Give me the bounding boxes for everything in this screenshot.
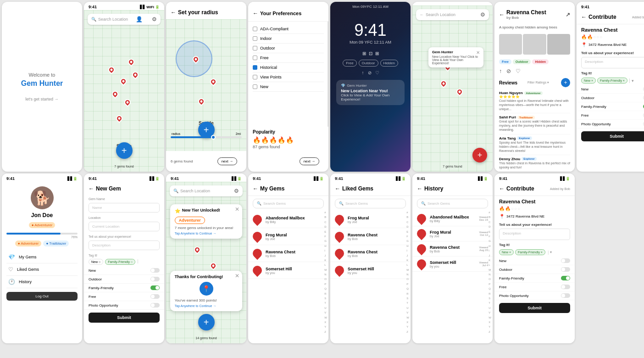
submit-button[interactable]: Submit (89, 313, 160, 323)
contrib-toggle-outdoor[interactable] (561, 267, 570, 272)
logout-button[interactable]: Log Out (6, 292, 78, 301)
contrib-option-family[interactable]: Family-Friendly (494, 274, 575, 283)
option-new[interactable]: New (577, 85, 644, 94)
gems-search[interactable]: 🔍 Search Gems (253, 199, 324, 208)
contrib-option-new[interactable]: New (494, 257, 575, 265)
search-bar[interactable]: ← Search Location ⚙ (416, 9, 489, 20)
toggle-photo[interactable] (150, 303, 160, 308)
contrib-tag-new[interactable]: New × (499, 249, 514, 255)
back-button[interactable]: ← (253, 10, 258, 17)
back-button[interactable]: ← (417, 185, 422, 192)
pref-viewpoints[interactable]: View Points (253, 73, 324, 82)
map-container[interactable]: 🔍 Search Location ⚙ ✕ ⭐ New Tier Unlocke… (166, 182, 246, 343)
toggle-free[interactable] (150, 294, 160, 299)
pref-outdoor[interactable]: Outdoor (253, 44, 324, 53)
contrib-tag-family[interactable]: Family-Friendly × (515, 249, 545, 255)
gem-item-ravenna-chest[interactable]: Ravenna Chest by Bob (248, 245, 328, 262)
history-item-3[interactable]: Ravenna Chest by Bob Viewed Aug 20 (412, 241, 493, 257)
thanks-cta[interactable]: Tap Anywhere to Continue → (175, 304, 238, 308)
gem-name-input[interactable]: Name (89, 203, 160, 213)
gem-item[interactable]: Somerset Hill by you (330, 262, 411, 279)
lock-notification[interactable]: 💎 Gem Hunter New Location Near You! Clic… (336, 80, 405, 105)
toggle-outdoor[interactable] (150, 277, 160, 281)
tier-overlay[interactable]: ✕ ⭐ New Tier Unlocked! Adventurer 7 more… (170, 204, 243, 239)
next-button[interactable]: next → (217, 157, 237, 165)
nav-liked-gems[interactable]: ♡ Liked Gems (6, 263, 78, 276)
description-field[interactable]: Description (581, 57, 644, 68)
thanks-close-button[interactable]: ✕ (235, 273, 239, 279)
pref-historical[interactable]: Historical (253, 63, 324, 73)
tag-hidden[interactable]: Hidden (532, 59, 549, 64)
map-container[interactable]: 🔍 Search Location 👤 ⚙ Seattle + 7 gems f… (84, 10, 164, 172)
gems-search[interactable]: 🔍 Search Gems (417, 199, 488, 208)
contrib-toggle-new[interactable] (561, 258, 570, 263)
pref-free[interactable]: Free (253, 53, 324, 63)
submit-button[interactable]: Submit (581, 131, 644, 141)
share-icon[interactable]: ↑ (499, 68, 502, 74)
gem-item[interactable]: Frog Mural by Joe (330, 211, 411, 228)
history-item-2[interactable]: Frog Mural by Joe Viewed Oct 12 (412, 226, 493, 241)
contrib-star-rating[interactable]: 🔥 🔥 ○ ○ ○ (494, 205, 575, 212)
nav-my-gems[interactable]: 💎 My Gems (6, 251, 78, 263)
pref-new[interactable]: New (253, 82, 324, 92)
option-photo[interactable]: Photo Opportunity (84, 301, 164, 310)
radius-slider[interactable] (171, 136, 242, 138)
next-button[interactable]: next → (300, 157, 319, 165)
thanks-overlay[interactable]: ✕ Thanks for Contributing! 📍 You've earn… (170, 271, 243, 311)
star-rating[interactable]: 🔥 🔥 ○ ○ ○ (577, 34, 644, 40)
gem-item[interactable]: Ravenna Chest by Bob (330, 245, 411, 262)
contrib-option-photo[interactable]: Photo Opportunity (494, 291, 575, 300)
filter-icon[interactable]: ⚙ (234, 188, 239, 194)
tag-outdoor[interactable]: Outdoor (513, 59, 531, 64)
tag-family-friendly[interactable]: Family-Friendly ○ (105, 259, 135, 265)
tier-close-button[interactable]: ✕ (235, 206, 239, 213)
contrib-submit-button[interactable]: Submit (499, 303, 570, 313)
history-item-1[interactable]: Abandoned Mailbox by Billy Viewed Dec 15 (412, 211, 493, 226)
filter-ratings[interactable]: Filter Ratings ▾ (527, 81, 549, 84)
navigate-icon[interactable]: ⊘ (506, 68, 511, 74)
option-outdoor[interactable]: Outdoor (84, 275, 164, 284)
filter-icon[interactable]: ⚙ (152, 16, 157, 22)
back-button[interactable]: ← (581, 14, 587, 20)
back-button[interactable]: ← (253, 185, 258, 192)
map-container[interactable]: ← Search Location ⚙ ✕ Gem Hunter New Loc… (412, 6, 493, 172)
back-button[interactable]: ← (335, 185, 340, 192)
gem-item-abandoned-mailbox[interactable]: Abandoned Mailbox by Billy (248, 211, 328, 228)
contrib-toggle-photo[interactable] (561, 293, 570, 298)
like-icon[interactable]: ♡ (516, 68, 521, 74)
add-review-button[interactable]: + (561, 78, 570, 87)
profile-icon[interactable]: 👤 (136, 16, 143, 22)
tag-new[interactable]: New × (581, 78, 596, 84)
contrib-toggle-family[interactable] (561, 276, 570, 280)
toggle-new[interactable] (150, 268, 160, 273)
back-button[interactable]: ← (171, 9, 176, 16)
tag-family-friendly[interactable]: Family-Friendly × (597, 78, 627, 84)
nav-history[interactable]: 🕐 History (6, 276, 78, 288)
tag-free[interactable]: Free (499, 59, 511, 64)
popup-close-button[interactable]: ✕ (476, 50, 480, 55)
option-photo[interactable]: Photo Opportunity (577, 120, 644, 129)
add-gem-button[interactable]: + (198, 314, 215, 330)
expand-icon[interactable]: ↗ (566, 11, 570, 18)
experience-input[interactable]: Description (89, 241, 160, 250)
welcome-cta[interactable]: let's get started → (25, 97, 58, 101)
option-family-friendly[interactable]: Family-Friendly (84, 284, 164, 292)
alphabetical-index[interactable]: #BC DEF GHI JKL MNO PQR STU VWX YZ (405, 210, 411, 334)
contrib-description-field[interactable]: Description (499, 229, 570, 240)
tag-new[interactable]: New ○ (89, 259, 103, 265)
contrib-toggle-free[interactable] (561, 285, 570, 289)
pref-indoor[interactable]: Indoor (253, 34, 324, 44)
option-free[interactable]: Free (84, 292, 164, 301)
alphabetical-index[interactable]: #BC DEF GHI JKL MNO PQR STU VWX YZ (487, 210, 493, 334)
contribute-button[interactable]: + (472, 148, 487, 162)
pref-ada[interactable]: ADA-Compliant (253, 24, 324, 34)
location-input[interactable]: Current Location (89, 222, 160, 231)
option-new[interactable]: New (84, 266, 164, 275)
option-outdoor[interactable]: Outdoor (577, 94, 644, 102)
filter-icon[interactable]: ⚙ (480, 11, 485, 18)
tier-cta[interactable]: Tap Anywhere to Continue → (175, 232, 238, 235)
gem-item-somerset-hill[interactable]: Somerset Hill by you (248, 262, 328, 279)
contrib-option-outdoor[interactable]: Outdoor (494, 265, 575, 274)
search-bar[interactable]: 🔍 Search Location ⚙ (170, 185, 243, 196)
gem-item[interactable]: Ravenna Chest by Bob (330, 228, 411, 245)
